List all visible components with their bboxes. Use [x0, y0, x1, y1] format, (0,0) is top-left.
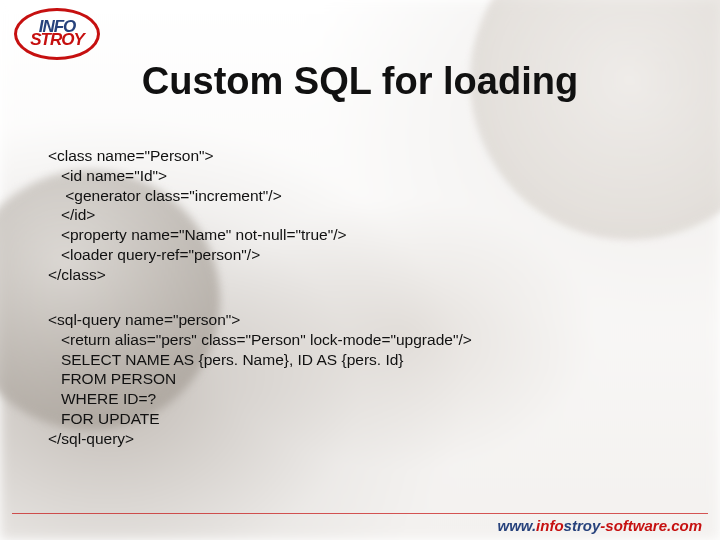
- footer-stroy: stroy: [564, 517, 601, 534]
- footer-info: info: [536, 517, 564, 534]
- code-block-sql-query: <sql-query name="person"> <return alias=…: [48, 310, 472, 449]
- footer-url: www.infostroy-software.com: [497, 517, 702, 534]
- company-logo: INFO STROY: [14, 8, 100, 60]
- logo-text-stroy: STROY: [30, 34, 84, 47]
- slide-title: Custom SQL for loading: [0, 60, 720, 103]
- logo-oval: INFO STROY: [14, 8, 100, 60]
- footer-tail: -software.com: [600, 517, 702, 534]
- footer-www: www.: [497, 517, 536, 534]
- code-block-class-mapping: <class name="Person"> <id name="Id"> <ge…: [48, 146, 347, 285]
- footer-divider: [12, 513, 708, 514]
